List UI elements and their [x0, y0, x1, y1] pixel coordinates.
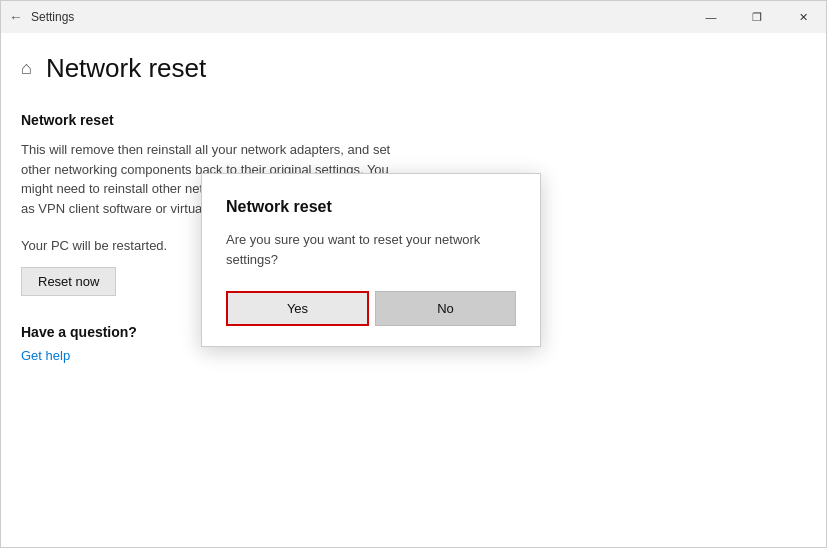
page-title: Network reset	[46, 53, 206, 84]
close-button[interactable]: ✕	[780, 1, 826, 33]
minimize-button[interactable]: —	[688, 1, 734, 33]
content-area: ⌂ Network reset Network reset This will …	[1, 33, 826, 547]
dialog-message: Are you sure you want to reset your netw…	[226, 230, 516, 269]
dialog-buttons: Yes No	[226, 291, 516, 326]
dialog-yes-button[interactable]: Yes	[226, 291, 369, 326]
reset-now-button[interactable]: Reset now	[21, 267, 116, 296]
app-window: ← Settings — ❐ ✕ ⌂ Network reset Network…	[0, 0, 827, 548]
back-icon[interactable]: ←	[9, 9, 23, 25]
titlebar-controls: — ❐ ✕	[688, 1, 826, 33]
titlebar-title: Settings	[31, 10, 74, 24]
get-help-link[interactable]: Get help	[21, 348, 70, 363]
dialog-no-button[interactable]: No	[375, 291, 516, 326]
page-header: ⌂ Network reset	[21, 53, 796, 84]
main-content: ⌂ Network reset Network reset This will …	[1, 33, 826, 547]
titlebar-left: ← Settings	[9, 9, 74, 25]
maximize-button[interactable]: ❐	[734, 1, 780, 33]
home-icon[interactable]: ⌂	[21, 58, 32, 79]
confirmation-dialog: Network reset Are you sure you want to r…	[201, 173, 541, 347]
section-title: Network reset	[21, 112, 796, 128]
dialog-title: Network reset	[226, 198, 516, 216]
titlebar: ← Settings — ❐ ✕	[1, 1, 826, 33]
dialog-overlay: Network reset Are you sure you want to r…	[1, 33, 826, 547]
